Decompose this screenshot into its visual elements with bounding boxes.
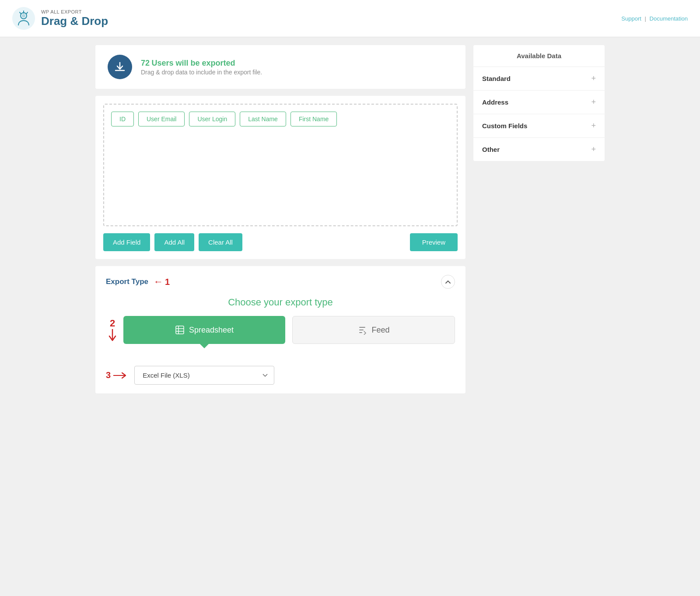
download-icon — [114, 61, 126, 73]
sidebar-plus-icon: + — [591, 74, 596, 83]
info-banner: 72 Users will be exported Drag & drop da… — [95, 45, 466, 89]
step1-badge: ← 1 — [154, 277, 170, 287]
step1-number: 1 — [165, 277, 170, 287]
chevron-up-icon — [445, 280, 451, 284]
user-count: 72 — [141, 59, 150, 67]
export-icon-circle — [108, 55, 132, 79]
app-name: WP ALL EXPORT — [41, 9, 108, 14]
field-chip[interactable]: User Login — [189, 112, 235, 126]
spreadsheet-icon — [175, 325, 185, 335]
step3-arrow-icon — [113, 372, 127, 379]
field-chip[interactable]: First Name — [290, 112, 337, 126]
spreadsheet-label: Spreadsheet — [189, 326, 234, 335]
sidebar-item-label: Custom Fields — [482, 122, 527, 130]
export-type-label: Export Type — [106, 277, 148, 286]
sidebar-item-custom-fields[interactable]: Custom Fields + — [473, 114, 605, 138]
svg-point-2 — [22, 14, 25, 18]
export-type-title-wrap: Export Type ← 1 — [106, 277, 170, 287]
drop-zone[interactable]: IDUser EmailUser LoginLast NameFirst Nam… — [103, 104, 458, 226]
action-bar: Add Field Add All Clear All Preview — [103, 233, 458, 251]
export-type-buttons: Spreadsheet Feed — [123, 316, 455, 344]
feed-label: Feed — [371, 326, 389, 335]
header: WP ALL EXPORT Drag & Drop Support | Docu… — [0, 0, 700, 37]
feed-button[interactable]: Feed — [292, 316, 455, 344]
sidebar-plus-icon: + — [591, 98, 596, 107]
available-data-title: Available Data — [473, 45, 605, 67]
header-links: Support | Documentation — [621, 15, 688, 22]
info-text: 72 Users will be exported Drag & drop da… — [141, 59, 262, 76]
preview-button[interactable]: Preview — [410, 233, 458, 251]
add-field-button[interactable]: Add Field — [103, 233, 150, 251]
sidebar-item-address[interactable]: Address + — [473, 91, 605, 114]
step3-number: 3 — [106, 370, 111, 380]
sidebar-plus-icon: + — [591, 121, 596, 130]
info-headline-text: Users will be exported — [151, 59, 235, 67]
field-chip[interactable]: ID — [111, 112, 134, 126]
sidebar-item-label: Standard — [482, 75, 511, 82]
spreadsheet-button[interactable]: Spreadsheet — [123, 316, 285, 344]
field-chip[interactable]: Last Name — [240, 112, 286, 126]
export-type-section: Export Type ← 1 Choose your export type … — [95, 266, 466, 393]
step2-number: 2 — [110, 318, 115, 329]
support-link[interactable]: Support — [621, 15, 641, 22]
feed-icon — [357, 325, 367, 335]
sidebar-items-list: Standard + Address + Custom Fields + Oth… — [473, 67, 605, 161]
add-all-button[interactable]: Add All — [154, 233, 194, 251]
step3-badge: 3 — [106, 370, 127, 380]
info-headline: 72 Users will be exported — [141, 59, 262, 68]
main-content: 72 Users will be exported Drag & drop da… — [88, 37, 612, 401]
separator: | — [645, 15, 646, 22]
page-title: Drag & Drop — [41, 14, 108, 28]
choose-export-title: Choose your export type — [106, 297, 455, 308]
title-block: WP ALL EXPORT Drag & Drop — [41, 9, 108, 28]
field-chip[interactable]: User Email — [138, 112, 185, 126]
brand-logo — [12, 7, 35, 30]
sidebar-item-label: Other — [482, 146, 500, 153]
sidebar-item-standard[interactable]: Standard + — [473, 67, 605, 91]
sidebar-item-other[interactable]: Other + — [473, 138, 605, 161]
collapse-button[interactable] — [441, 275, 455, 289]
sidebar-item-label: Address — [482, 98, 508, 106]
svg-rect-3 — [176, 326, 184, 334]
info-subtext: Drag & drop data to include in the expor… — [141, 69, 262, 76]
file-format-row: 3 Excel File (XLS) CSV XML JSON — [106, 366, 455, 385]
documentation-link[interactable]: Documentation — [650, 15, 688, 22]
sidebar-plus-icon: + — [591, 145, 596, 154]
right-sidebar: Available Data Standard + Address + Cust… — [473, 45, 605, 393]
step1-arrow-icon: ← — [154, 277, 163, 287]
brand: WP ALL EXPORT Drag & Drop — [12, 7, 108, 30]
step2-arrow-icon — [106, 329, 119, 345]
clear-all-button[interactable]: Clear All — [199, 233, 242, 251]
drag-drop-section: IDUser EmailUser LoginLast NameFirst Nam… — [95, 96, 466, 259]
left-column: 72 Users will be exported Drag & drop da… — [95, 45, 466, 393]
export-type-header: Export Type ← 1 — [106, 275, 455, 289]
format-select[interactable]: Excel File (XLS) CSV XML JSON — [134, 366, 274, 385]
available-data-panel: Available Data Standard + Address + Cust… — [473, 45, 605, 161]
